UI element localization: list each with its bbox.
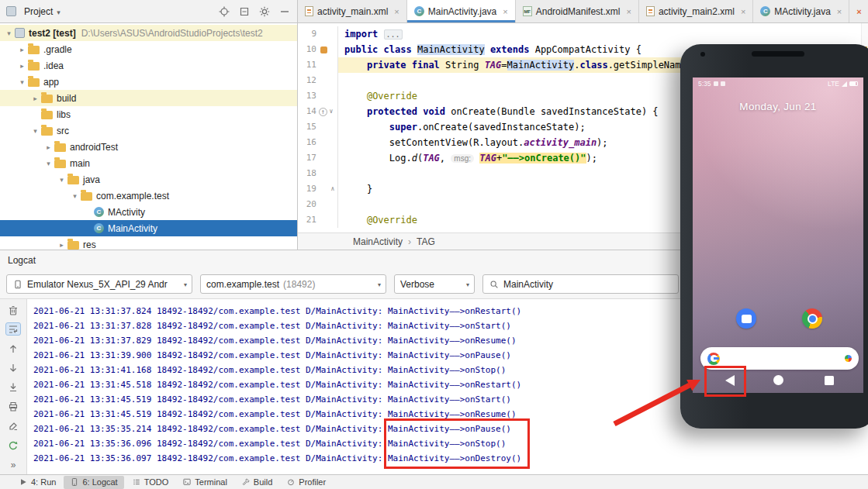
editor-tab-MainActivity.java[interactable]: MainActivity.java xyxy=(407,0,516,22)
home-button[interactable] xyxy=(773,375,783,385)
tree-item-.idea[interactable]: .idea xyxy=(0,57,297,74)
tree-item-app[interactable]: app xyxy=(0,74,297,90)
breadcrumb-member[interactable]: TAG xyxy=(417,236,435,247)
tree-item-src[interactable]: src xyxy=(0,122,297,139)
up-stack-trace-icon[interactable] xyxy=(5,342,21,355)
statusbar-label: Build xyxy=(254,477,272,487)
fold-icon[interactable]: ∧ xyxy=(329,181,337,197)
device-selector[interactable]: Emulator Nexus_5X_API_29 Andr xyxy=(6,274,192,294)
clear-view-icon[interactable] xyxy=(5,419,21,432)
editor-tab-activity_main.xml[interactable]: activity_main.xml xyxy=(298,0,407,22)
soft-wrap-icon[interactable] xyxy=(5,322,21,336)
logcat-search-input[interactable]: MainActivity xyxy=(482,274,679,294)
logcat-panel-title[interactable]: Logcat xyxy=(8,255,36,266)
log-message: MainActivity——>onResume() xyxy=(388,336,517,346)
tree-open-arrow-icon[interactable] xyxy=(56,176,67,184)
mic-icon[interactable] xyxy=(845,355,852,362)
editor-tab-AndroidManifest.xml[interactable]: AndroidManifest.xml xyxy=(516,0,639,22)
editor-tabs: activity_main.xmlMainActivity.javaAndroi… xyxy=(298,0,868,22)
statusbar-todo[interactable]: TODO xyxy=(126,476,175,489)
tree-item-MActivity[interactable]: MActivity xyxy=(0,204,297,220)
gutter: 18 xyxy=(298,166,338,181)
tree-item-label: main xyxy=(70,158,90,169)
down-stack-trace-icon[interactable] xyxy=(5,361,21,374)
more-options-icon[interactable] xyxy=(5,458,21,471)
tree-item-libs[interactable]: libs xyxy=(0,106,297,122)
tree-item-label: libs xyxy=(57,109,71,120)
tree-open-arrow-icon[interactable] xyxy=(16,78,28,86)
close-icon[interactable] xyxy=(856,7,861,16)
tree-closed-arrow-icon[interactable] xyxy=(29,95,41,102)
log-line[interactable]: 2021-06-21 13:35:36.096 18492-18492/com.… xyxy=(33,436,868,451)
overflow-tab xyxy=(849,0,866,22)
code-text xyxy=(338,197,344,212)
tree-closed-arrow-icon[interactable] xyxy=(16,62,28,70)
chrome-app-icon[interactable] xyxy=(802,308,822,329)
chevron-down-icon[interactable] xyxy=(57,6,61,17)
tree-item-.gradle[interactable]: .gradle xyxy=(0,41,297,57)
google-search-bar[interactable] xyxy=(700,347,859,370)
gutter: 10 xyxy=(298,42,338,57)
code-text: @Override xyxy=(338,88,417,104)
clear-logcat-icon[interactable] xyxy=(5,303,21,316)
emulator-screen[interactable]: 5:35 LTE Monday, Jun 21 xyxy=(693,77,863,393)
tree-open-arrow-icon[interactable] xyxy=(29,127,41,135)
tree-item-main[interactable]: main xyxy=(0,155,297,171)
code-text: public class MainActivity extends AppCom… xyxy=(338,42,641,57)
recents-button[interactable] xyxy=(825,376,834,385)
tree-item-java[interactable]: java xyxy=(0,171,297,188)
class-marker-icon xyxy=(318,44,329,55)
print-icon[interactable] xyxy=(5,400,21,413)
tree-item-test2 [test][interactable]: test2 [test]D:\Users\ASUS\AndroidStudioP… xyxy=(0,25,297,41)
code-text: Log.d(TAG, msg: TAG+"——>onCreate()"); xyxy=(338,150,597,166)
tree-item-com.example.test[interactable]: com.example.test xyxy=(0,188,297,204)
restart-icon[interactable] xyxy=(5,439,21,452)
back-button[interactable] xyxy=(725,375,735,386)
tree-item-build[interactable]: build xyxy=(0,90,297,106)
editor-tab-MActivity.java[interactable]: MActivity.java xyxy=(753,0,849,22)
scroll-to-end-icon[interactable] xyxy=(5,381,21,394)
tree-open-arrow-icon[interactable] xyxy=(3,29,15,37)
code-line-9[interactable]: 9import ... xyxy=(298,26,868,42)
statusbar-4-run[interactable]: 4: Run xyxy=(12,476,62,489)
gutter: 21 xyxy=(298,212,338,228)
close-icon[interactable] xyxy=(741,7,745,16)
close-icon[interactable] xyxy=(503,7,507,16)
app-process-selector[interactable]: com.example.test (18492) xyxy=(200,274,386,294)
gutter-spacer xyxy=(318,153,329,164)
class-file-icon xyxy=(760,6,770,16)
log-level-selector[interactable]: Verbose xyxy=(394,274,475,294)
statusbar-terminal[interactable]: Terminal xyxy=(176,476,233,489)
gear-icon[interactable] xyxy=(258,5,271,18)
tab-label: activity_main.xml xyxy=(317,6,388,17)
gutter-spacer xyxy=(318,91,329,102)
tree-open-arrow-icon[interactable] xyxy=(43,160,54,167)
collapse-all-icon[interactable] xyxy=(238,5,251,18)
top-bar: Project activity_main.xmlMainActivity.ja… xyxy=(0,0,868,23)
fold-icon[interactable]: ∨ xyxy=(327,104,335,119)
statusbar-6-logcat[interactable]: 6: Logcat xyxy=(64,476,123,489)
hide-panel-icon[interactable] xyxy=(278,5,291,18)
breadcrumb-class[interactable]: MainActivity xyxy=(353,236,403,247)
tree-item-MainActivity[interactable]: MainActivity xyxy=(0,220,297,236)
tree-item-androidTest[interactable]: androidTest xyxy=(0,139,297,155)
log-prefix: 2021-06-21 13:31:45.519 18492-18492/com.… xyxy=(33,394,388,405)
device-selector-value: Emulator Nexus_5X_API_29 Andr xyxy=(27,279,168,290)
close-icon[interactable] xyxy=(394,7,399,16)
code-text: } xyxy=(338,181,372,197)
project-tool-title[interactable]: Project xyxy=(24,6,53,17)
tree-closed-arrow-icon[interactable] xyxy=(56,241,67,249)
tree-item-res[interactable]: res xyxy=(0,236,297,250)
close-icon[interactable] xyxy=(837,7,842,16)
log-line[interactable]: 2021-06-21 13:35:36.097 18492-18492/com.… xyxy=(33,451,868,466)
statusbar-profiler[interactable]: Profiler xyxy=(280,476,332,489)
search-icon xyxy=(489,279,500,290)
tree-open-arrow-icon[interactable] xyxy=(69,192,81,200)
messages-app-icon[interactable] xyxy=(736,308,756,329)
locate-file-icon[interactable] xyxy=(218,5,230,18)
tree-closed-arrow-icon[interactable] xyxy=(43,143,54,151)
close-icon[interactable] xyxy=(626,7,631,16)
tree-closed-arrow-icon[interactable] xyxy=(16,46,28,53)
statusbar-build[interactable]: Build xyxy=(235,476,278,489)
editor-tab-activity_main2.xml[interactable]: activity_main2.xml xyxy=(639,0,753,22)
